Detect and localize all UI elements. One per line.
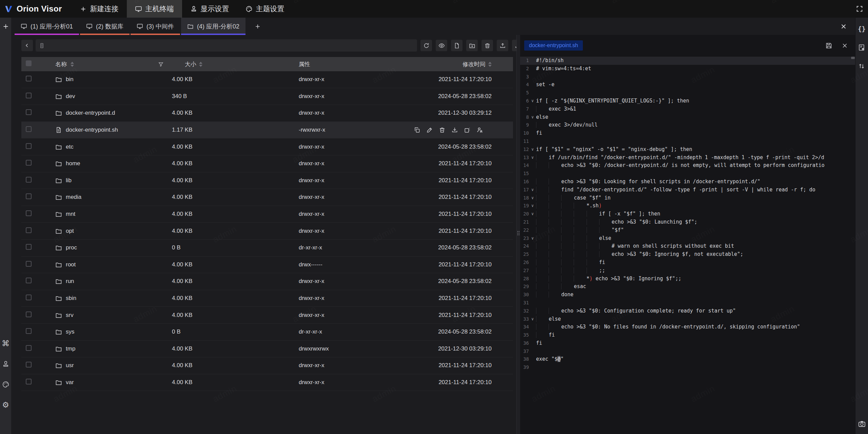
tab-app-analysis-02[interactable]: (4) 应用-分析02: [181, 18, 245, 35]
sort-carets-icon[interactable]: [71, 62, 74, 67]
file-row-var[interactable]: var4.00 KBdrwxr-xr-x2021-11-24 17:20:10: [21, 374, 513, 391]
file-row-srv[interactable]: srv4.00 KBdrwxr-xr-x2021-11-24 17:20:10: [21, 307, 513, 324]
row-checkbox[interactable]: [21, 379, 37, 386]
back-button[interactable]: [21, 40, 33, 51]
editor-scrollbar-thumb[interactable]: [851, 57, 855, 59]
delete-icon[interactable]: [439, 127, 446, 133]
row-checkbox[interactable]: [21, 210, 37, 218]
copy-icon[interactable]: [414, 127, 420, 133]
tab-database[interactable]: (2) 数据库: [80, 18, 130, 35]
row-checkbox[interactable]: [21, 295, 37, 302]
file-row-lib[interactable]: lib4.00 KBdrwxr-xr-x2021-11-24 17:20:10: [21, 172, 513, 189]
new-tab-button[interactable]: [249, 18, 267, 35]
line-number: 2: [520, 65, 529, 73]
editor-file-tab[interactable]: docker-entrypoint.sh: [524, 40, 583, 51]
fold-chevron-icon[interactable]: ∨: [529, 210, 536, 218]
tab-middleware[interactable]: (3) 中间件: [131, 18, 180, 35]
upload-button[interactable]: [497, 40, 508, 51]
file-row-docker-entrypoint.d[interactable]: docker-entrypoint.d4.00 KBdrwxr-xr-x2021…: [21, 105, 513, 122]
fold-chevron-icon[interactable]: ∨: [529, 234, 536, 243]
new-connection-plus-icon[interactable]: [2, 23, 9, 30]
menu-display-settings[interactable]: 显示设置: [182, 0, 237, 18]
file-row-docker-entrypoint.sh[interactable]: docker-entrypoint.sh1.17 KB-rwxrwxr-x: [21, 122, 513, 139]
download-icon[interactable]: [451, 127, 458, 133]
file-row-etc[interactable]: etc4.00 KBdrwxr-xr-x2024-05-28 23:58:02: [21, 138, 513, 155]
file-row-bin[interactable]: bin4.00 KBdrwxr-xr-x2021-11-24 17:20:10: [21, 71, 513, 88]
file-row-sbin[interactable]: sbin4.00 KBdrwxr-xr-x2021-11-24 17:20:10: [21, 290, 513, 307]
file-row-mnt[interactable]: mnt4.00 KBdrwxr-xr-x2021-11-24 17:20:10: [21, 206, 513, 223]
fold-chevron-icon[interactable]: ∨: [529, 315, 536, 323]
save-file-icon[interactable]: [824, 41, 833, 50]
file-row-sys[interactable]: sys0 Bdr-xr-xr-x2024-05-28 23:58:02: [21, 324, 513, 341]
file-row-media[interactable]: media4.00 KBdrwxr-xr-x2021-11-24 17:20:1…: [21, 189, 513, 206]
row-checkbox[interactable]: [21, 76, 37, 83]
code-line: 33∨ else: [520, 315, 855, 323]
row-checkbox[interactable]: [21, 244, 37, 251]
column-header-name[interactable]: 名称: [37, 60, 171, 68]
permission-icon[interactable]: [476, 127, 483, 133]
row-checkbox[interactable]: [21, 160, 37, 167]
fold-chevron-icon[interactable]: ∨: [529, 146, 536, 154]
theme-palette-icon[interactable]: [2, 381, 9, 388]
filter-funnel-icon[interactable]: [158, 61, 164, 67]
row-checkbox[interactable]: [21, 328, 37, 336]
display-settings-icon[interactable]: [2, 360, 9, 368]
file-row-tmp[interactable]: tmp4.00 KBdrwxrwxrwx2021-12-30 03:29:10: [21, 341, 513, 358]
fold-chevron-icon[interactable]: ∨: [529, 97, 536, 105]
row-checkbox[interactable]: [21, 126, 37, 134]
column-header-size[interactable]: 大小: [171, 60, 297, 68]
move-icon[interactable]: [464, 127, 471, 133]
row-checkbox[interactable]: [21, 193, 37, 201]
row-checkbox[interactable]: [21, 312, 37, 319]
file-bookmark-icon[interactable]: [858, 44, 865, 51]
edit-icon[interactable]: [426, 127, 433, 133]
file-row-dev[interactable]: dev340 Bdrwxr-xr-x2024-05-28 23:58:02: [21, 88, 513, 105]
row-checkbox[interactable]: [21, 345, 37, 353]
panel-resize-divider[interactable]: [516, 35, 520, 434]
fold-chevron-icon[interactable]: ∨: [529, 186, 536, 194]
settings-gear-icon[interactable]: ⚙: [2, 401, 9, 409]
row-checkbox[interactable]: [21, 109, 37, 117]
command-icon[interactable]: ⌘: [2, 340, 9, 347]
close-editor-icon[interactable]: [840, 41, 849, 50]
fold-chevron-icon[interactable]: ∨: [529, 194, 536, 202]
file-row-home[interactable]: home4.00 KBdrwxr-xr-x2021-11-24 17:20:10: [21, 155, 513, 172]
sort-arrows-icon[interactable]: [858, 62, 865, 70]
file-row-opt[interactable]: opt4.00 KBdrwxr-xr-x2021-11-24 17:20:10: [21, 223, 513, 240]
new-folder-button[interactable]: [466, 40, 478, 51]
refresh-button[interactable]: [420, 40, 432, 51]
file-row-usr[interactable]: usr4.00 KBdrwxr-xr-x2021-11-24 17:20:10: [21, 357, 513, 374]
column-header-mtime[interactable]: 修改时间: [414, 60, 513, 68]
row-checkbox[interactable]: [21, 261, 37, 268]
tab-app-analysis-01[interactable]: (1) 应用-分析01: [15, 18, 79, 35]
fold-chevron-icon[interactable]: ∨: [529, 154, 536, 162]
fold-chevron-icon[interactable]: ∨: [529, 113, 536, 121]
file-row-proc[interactable]: proc0 Bdr-xr-xr-x2024-05-28 23:58:02: [21, 240, 513, 257]
preview-button[interactable]: [436, 40, 447, 51]
row-checkbox[interactable]: [21, 177, 37, 184]
code-editor[interactable]: 1#!/bin/sh2# vim:sw=4:ts=4:et34set -e56∨…: [520, 56, 855, 434]
drag-handle-icon[interactable]: [517, 231, 518, 232]
delete-button[interactable]: [481, 40, 493, 51]
row-checkbox[interactable]: [21, 227, 37, 235]
menu-new-connection[interactable]: 新建连接: [72, 0, 127, 18]
file-row-root[interactable]: root4.00 KBdrwx------2021-11-24 17:20:10: [21, 257, 513, 273]
row-checkbox[interactable]: [21, 278, 37, 285]
path-input[interactable]: [36, 39, 417, 52]
file-name: tmp: [66, 345, 75, 352]
close-panel-button[interactable]: [840, 23, 847, 30]
braces-icon[interactable]: {}: [858, 25, 866, 33]
row-checkbox[interactable]: [21, 362, 37, 369]
row-checkbox[interactable]: [21, 93, 37, 100]
new-file-button[interactable]: [451, 40, 462, 51]
fold-chevron-icon[interactable]: ∨: [529, 202, 536, 210]
file-row-run[interactable]: run4.00 KBdrwxr-xr-x2024-05-28 23:58:02: [21, 273, 513, 290]
menu-theme-settings[interactable]: 主题设置: [237, 0, 293, 18]
camera-icon[interactable]: [858, 420, 866, 428]
sort-carets-icon[interactable]: [488, 62, 492, 67]
fullscreen-icon[interactable]: [854, 4, 865, 14]
menu-host-terminal[interactable]: 主机终端: [127, 0, 182, 18]
sort-carets-icon[interactable]: [199, 62, 202, 67]
row-checkbox[interactable]: [21, 143, 37, 151]
select-all-checkbox[interactable]: [21, 60, 37, 68]
